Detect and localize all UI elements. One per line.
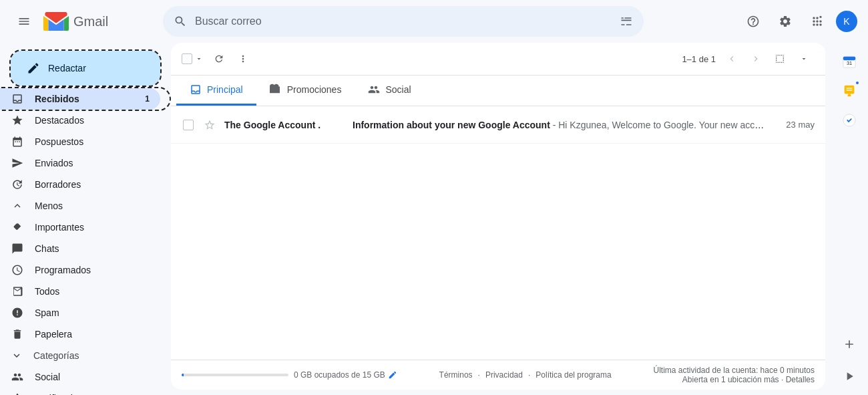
email-toolbar: 1–1 de 1 [171,43,825,76]
storage-bar [182,374,184,376]
sidebar-item-chats[interactable]: Chats [0,238,160,259]
sidebar-item-pospuestos[interactable]: Pospuestos [0,131,160,152]
next-page-button[interactable] [745,48,767,70]
email-snippet: - Hi Kzgunea, Welcome to Google. Your ne… [553,120,767,130]
recibidos-label: Recibidos [35,94,134,104]
tab-principal[interactable]: Principal [176,76,256,106]
sidebar-item-importantes[interactable]: Importantes [0,217,160,238]
borradores-label: Borradores [35,179,150,190]
menu-button[interactable] [11,8,37,35]
inbox-tab-icon [190,84,202,96]
sidebar-item-menos[interactable]: Menos [0,195,160,217]
social-tab-icon [368,84,380,96]
email-date: 23 may [775,120,815,130]
promo-tab-icon [270,84,282,96]
storage-text: 0 GB ocupados de 15 GB [294,370,385,380]
footer-links: Términos · Privacidad · Política del pro… [439,370,612,380]
snooze-icon [11,135,24,148]
help-button[interactable] [740,8,767,35]
email-checkbox[interactable] [182,118,195,132]
sent-icon [11,156,24,170]
email-list: The Google Account . Information about y… [171,106,825,360]
search-input[interactable] [195,15,614,27]
chats-label: Chats [35,243,150,254]
notifications-icon [11,392,24,395]
recibidos-badge: 1 [145,94,150,104]
label-important-icon [11,221,24,234]
trash-icon [11,327,24,341]
search-bar [163,6,644,37]
google-tasks-icon[interactable] [836,107,863,134]
sidebar-section-categorias[interactable]: Categorías [0,345,160,366]
todos-label: Todos [35,286,150,297]
svg-rect-3 [845,86,855,94]
papelera-label: Papelera [35,329,150,340]
sidebar-item-spam[interactable]: Spam [0,302,160,323]
importantes-label: Importantes [35,222,150,233]
tab-social[interactable]: Social [355,76,424,106]
sidebar-item-todos[interactable]: Todos [0,281,160,302]
compose-button[interactable]: Redactar [11,51,160,86]
avatar[interactable]: K [836,11,857,32]
spam-label: Spam [35,307,150,318]
select-all-checkbox[interactable] [182,53,192,64]
google-keep-icon[interactable] [836,78,863,104]
inbox-icon [11,92,24,106]
sidebar-item-papelera[interactable]: Papelera [0,323,160,345]
programados-label: Programados [35,265,150,275]
pagination-text: 1–1 de 1 [682,54,716,64]
collapse-right-button[interactable] [836,363,863,390]
storage-bar-wrap [182,374,288,376]
content-area: 1–1 de 1 Principa [171,43,825,390]
gmail-logo: Gmail [43,12,108,31]
sidebar-item-destacados[interactable]: Destacados [0,110,160,131]
sidebar-item-borradores[interactable]: Borradores [0,174,160,195]
checkbox-dropdown[interactable] [195,53,206,64]
settings-button[interactable] [772,8,799,35]
tab-principal-label: Principal [207,84,243,95]
content-footer: 0 GB ocupados de 15 GB Términos · Privac… [171,360,825,390]
apps-button[interactable] [804,8,831,35]
categorias-label: Categorías [33,350,79,361]
privacy-link[interactable]: Privacidad [485,370,523,380]
email-star[interactable] [203,118,216,132]
all-mail-icon [11,285,24,298]
table-row[interactable]: The Google Account . Information about y… [171,106,825,144]
social-label: Social [35,372,150,382]
sidebar-item-programados[interactable]: Programados [0,259,160,281]
google-calendar-icon[interactable]: 31 [836,48,863,75]
refresh-button[interactable] [208,48,230,70]
more-toolbar-button[interactable] [232,48,254,70]
svg-text:31: 31 [847,60,852,66]
storage-edit-icon [388,370,397,380]
sidebar-item-notificaciones[interactable]: Notificaciones [0,388,160,395]
destacados-label: Destacados [35,115,150,126]
schedule-icon [11,263,24,277]
details-link[interactable]: Detalles [786,375,815,384]
email-content: Information about your new Google Accoun… [353,120,767,130]
expand-more-icon [11,350,23,362]
sidebar-item-recibidos[interactable]: Recibidos 1 [0,88,160,110]
sidebar-item-enviados[interactable]: Enviados [0,152,160,174]
email-tabs: Principal Promociones Social [171,76,825,106]
keep-badge [855,80,860,86]
tab-promociones-label: Promociones [287,84,342,95]
terms-link[interactable]: Términos [439,370,473,380]
program-policy-link[interactable]: Política del programa [535,370,611,380]
add-right-button[interactable] [836,331,863,358]
footer-activity: Última actividad de la cuenta: hace 0 mi… [654,366,815,384]
sidebar-item-social[interactable]: Social [0,366,160,388]
prev-page-button[interactable] [721,48,742,70]
open-locations-text: Abierta en 1 ubicación más [682,375,779,384]
email-sender: The Google Account . [224,120,345,130]
view-options-button[interactable] [769,48,791,70]
view-dropdown-button[interactable] [793,48,815,70]
spam-icon [11,306,24,319]
tab-promociones[interactable]: Promociones [256,76,355,106]
social-icon [11,370,24,384]
search-options-icon[interactable] [620,15,633,28]
compose-label: Redactar [48,63,86,74]
email-subject: Information about your new Google Accoun… [353,120,550,130]
last-activity-text: Última actividad de la cuenta: hace 0 mi… [654,366,815,375]
tab-social-label: Social [385,84,411,95]
